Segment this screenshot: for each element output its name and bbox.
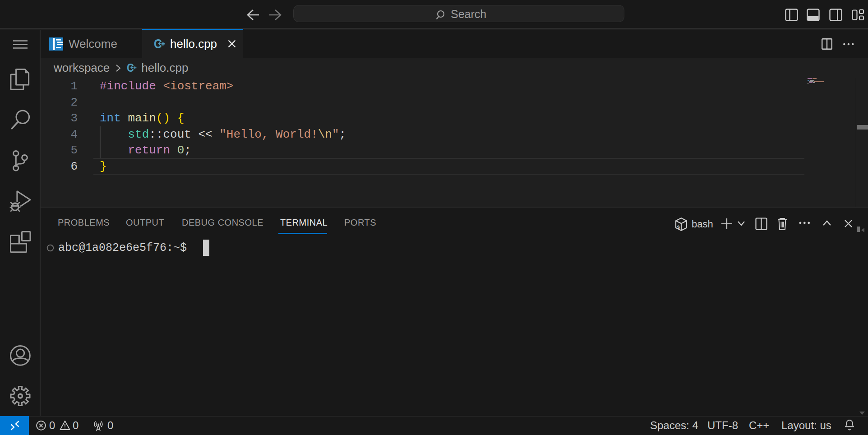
svg-text:$: $ — [677, 225, 680, 230]
